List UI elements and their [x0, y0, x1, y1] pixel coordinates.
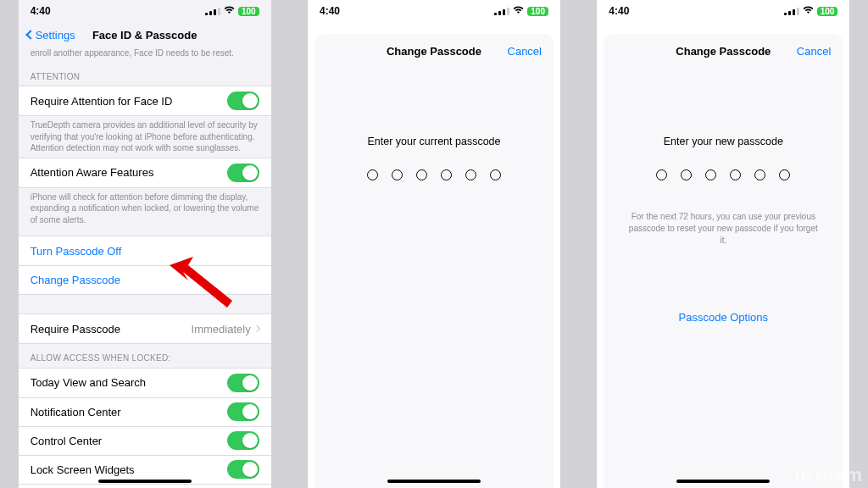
row-label: Notification Center [31, 406, 121, 419]
passcode-hint: For the next 72 hours, you can use your … [627, 211, 819, 247]
toggle-on-icon[interactable] [227, 431, 259, 450]
row-label: Turn Passcode Off [31, 245, 122, 258]
screenshot-faceid-passcode: 4:40 100 Settings Face ID & Passcode enr… [19, 0, 271, 488]
cancel-button[interactable]: Cancel [797, 45, 831, 58]
home-indicator[interactable] [676, 480, 770, 483]
home-indicator[interactable] [387, 480, 481, 483]
status-bar: 4:40 100 [597, 0, 849, 22]
row-require-passcode[interactable]: Require Passcode Immediately [19, 314, 271, 343]
settings-list[interactable]: enroll another appearance, Face ID needs… [19, 47, 271, 488]
cellular-icon [205, 8, 220, 15]
battery-badge: 100 [238, 7, 259, 16]
chevron-right-icon [253, 325, 259, 332]
row-label: Require Attention for Face ID [31, 95, 173, 108]
section-header-attention: ATTENTION [19, 63, 271, 86]
wifi-icon [513, 6, 524, 16]
change-passcode-sheet: Change Passcode Cancel Enter your curren… [314, 34, 554, 488]
wifi-icon [803, 6, 814, 16]
row-control-center[interactable]: Control Center [19, 426, 271, 455]
sheet-nav: Change Passcode Cancel [314, 34, 554, 68]
attention-desc: TrueDepth camera provides an additional … [19, 116, 271, 158]
row-notification-center[interactable]: Notification Center [19, 397, 271, 426]
row-label: Attention Aware Features [31, 166, 154, 179]
wifi-icon [224, 6, 235, 16]
screenshot-enter-current-passcode: 4:40 100 Change Passcode Cancel Enter yo… [308, 0, 560, 488]
sheet-title: Change Passcode [387, 45, 481, 58]
status-time: 4:40 [609, 5, 629, 17]
passcode-dots[interactable] [314, 169, 554, 180]
passcode-prompt: Enter your new passcode [604, 136, 843, 147]
row-live-activities[interactable]: Live Activities [19, 484, 271, 489]
status-bar: 4:40 100 [308, 0, 560, 22]
passcode-dots[interactable] [604, 169, 843, 180]
status-bar: 4:40 100 [19, 0, 271, 22]
back-button[interactable]: Settings [27, 29, 75, 42]
truncated-desc: enroll another appearance, Face ID needs… [19, 47, 271, 63]
passcode-prompt: Enter your current passcode [314, 136, 554, 147]
row-turn-passcode-off[interactable]: Turn Passcode Off [19, 236, 271, 265]
page-title: Face ID & Passcode [92, 29, 198, 42]
row-value: Immediately [192, 323, 251, 336]
row-label: Lock Screen Widgets [31, 463, 135, 476]
chevron-left-icon [25, 30, 35, 39]
battery-badge: 100 [817, 7, 838, 16]
toggle-on-icon[interactable] [227, 402, 259, 421]
screenshot-enter-new-passcode: 4:40 100 Change Passcode Cancel Enter yo… [597, 0, 849, 488]
row-change-passcode[interactable]: Change Passcode [19, 265, 271, 294]
back-label: Settings [36, 29, 75, 42]
watermark: iKream [794, 464, 863, 486]
cellular-icon [494, 8, 509, 15]
aware-desc: iPhone will check for attention before d… [19, 188, 271, 230]
toggle-on-icon[interactable] [227, 92, 259, 110]
row-require-attention[interactable]: Require Attention for Face ID [19, 86, 271, 115]
home-indicator[interactable] [98, 480, 192, 483]
row-attention-aware[interactable]: Attention Aware Features [19, 158, 271, 187]
change-passcode-sheet: Change Passcode Cancel Enter your new pa… [604, 34, 843, 488]
cellular-icon [784, 8, 799, 15]
toggle-on-icon[interactable] [227, 374, 259, 392]
sheet-title: Change Passcode [676, 45, 771, 58]
row-today-view[interactable]: Today View and Search [19, 369, 271, 397]
section-header-allow: ALLOW ACCESS WHEN LOCKED: [19, 344, 271, 368]
toggle-on-icon[interactable] [227, 460, 259, 479]
toggle-on-icon[interactable] [227, 164, 259, 182]
status-time: 4:40 [320, 5, 340, 17]
status-time: 4:40 [31, 5, 51, 17]
row-label: Control Center [31, 435, 103, 447]
battery-badge: 100 [527, 7, 548, 16]
nav-bar: Settings Face ID & Passcode [19, 22, 271, 47]
row-label: Require Passcode [31, 323, 120, 336]
passcode-options-button[interactable]: Passcode Options [604, 311, 843, 324]
row-label: Today View and Search [31, 376, 146, 389]
sheet-nav: Change Passcode Cancel [604, 34, 843, 68]
cancel-button[interactable]: Cancel [508, 45, 542, 58]
row-label: Change Passcode [31, 274, 120, 286]
